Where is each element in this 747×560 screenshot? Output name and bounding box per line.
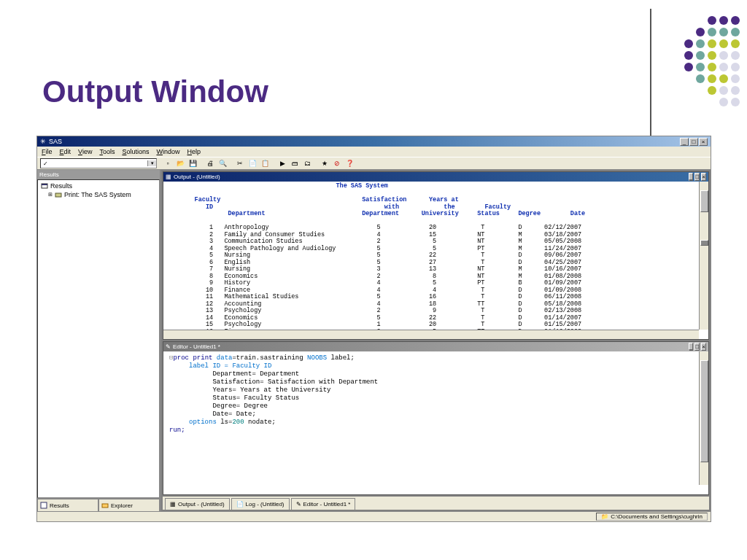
log-tab-icon: 📄 <box>236 501 244 508</box>
output-close-button[interactable]: × <box>701 173 706 181</box>
output-window: ▦ Output - (Untitled) _ □ × The SAS Syst… <box>163 171 709 340</box>
cut-icon[interactable]: ✂ <box>234 158 246 169</box>
output-scrollbar-vertical[interactable] <box>699 182 708 330</box>
preview-icon[interactable]: 🔍 <box>217 158 228 169</box>
minimize-button[interactable]: _ <box>680 138 689 146</box>
svg-rect-3 <box>41 502 47 508</box>
editor-tab-icon: ✎ <box>296 501 301 508</box>
editor-titlebar[interactable]: ✎ Editor - Untitled1 * _ □ × <box>163 342 708 351</box>
expand-icon[interactable]: ⊞ <box>48 192 53 198</box>
workspace: Results Results ⊞ Print: The SAS System … <box>37 170 711 511</box>
output-listing: The SAS System Faculty Satisfaction Year… <box>163 182 708 339</box>
menu-view[interactable]: View <box>78 148 92 155</box>
tree-root[interactable]: Results <box>41 182 156 190</box>
editor-code[interactable]: ⊟proc print data=train.sastraining NOOBS… <box>163 351 708 438</box>
editor-min-button[interactable]: _ <box>689 343 693 351</box>
sidebar-tab-explorer[interactable]: Explorer <box>98 499 160 511</box>
editor-window-icon: ✎ <box>166 343 171 350</box>
slide-title: Output Window <box>42 74 268 109</box>
menu-file[interactable]: File <box>42 148 53 155</box>
close-button[interactable]: × <box>699 138 708 146</box>
mdi-tab-editor-label: Editor - Untitled1 * <box>303 501 351 508</box>
command-box[interactable]: ✓ ▾ <box>40 158 157 168</box>
editor-body[interactable]: ⊟proc print data=train.sastraining NOOBS… <box>163 351 708 494</box>
svg-rect-2 <box>55 193 61 197</box>
mdi-tabstrip: ▦ Output - (Untitled) 📄 Log - (Untitled)… <box>163 497 709 510</box>
stop-icon[interactable]: ⊘ <box>331 158 343 169</box>
tree-child[interactable]: ⊞ Print: The SAS System <box>41 191 156 198</box>
menu-window[interactable]: Window <box>156 148 179 155</box>
decoration-dots <box>659 16 740 109</box>
submit-icon[interactable]: ★ <box>319 158 330 169</box>
results-tab-icon <box>40 502 47 509</box>
copy-icon[interactable]: 📄 <box>247 158 258 169</box>
editor-window: ✎ Editor - Untitled1 * _ □ × ⊟proc print… <box>163 341 709 495</box>
menubar: File Edit View Tools Solutions Window He… <box>37 147 711 157</box>
explorer-tab-icon <box>101 502 109 509</box>
output-tab-icon: ▦ <box>170 501 176 508</box>
menu-tools[interactable]: Tools <box>99 148 115 155</box>
folder-icon: 📁 <box>601 513 608 520</box>
statusbar-path-text: C:\Documents and Settings\cughrin <box>611 513 703 520</box>
sidebar-tab-explorer-label: Explorer <box>111 502 133 509</box>
open-icon[interactable]: 📂 <box>174 158 186 169</box>
statusbar: 📁 C:\Documents and Settings\cughrin <box>37 511 711 521</box>
editor-max-button[interactable]: □ <box>694 343 700 351</box>
svg-rect-1 <box>42 184 47 185</box>
maximize-button[interactable]: □ <box>689 138 698 146</box>
decoration-line <box>650 9 651 139</box>
sidebar-tabstrip: Results Explorer <box>37 498 160 511</box>
output-titlebar[interactable]: ▦ Output - (Untitled) _ □ × <box>163 172 708 182</box>
mdi-tab-log[interactable]: 📄 Log - (Untitled) <box>231 498 290 510</box>
editor-scrollbar-vertical[interactable] <box>699 351 708 485</box>
statusbar-path: 📁 C:\Documents and Settings\cughrin <box>596 513 708 521</box>
output-scrollbar-horizontal[interactable] <box>163 330 699 339</box>
menu-help[interactable]: Help <box>187 148 201 155</box>
results-sidebar: Results Results ⊞ Print: The SAS System … <box>37 170 161 511</box>
run-icon[interactable]: ▶ <box>276 158 288 169</box>
tree-root-label: Results <box>50 182 72 190</box>
print-icon[interactable]: 🖨 <box>204 158 216 169</box>
app-title: SAS <box>49 138 62 145</box>
new-icon[interactable]: ▫ <box>162 158 174 169</box>
editor-close-button[interactable]: × <box>701 343 706 351</box>
tree-child-label: Print: The SAS System <box>64 191 131 198</box>
libraries-icon[interactable]: 🗃 <box>289 158 301 169</box>
results-root-icon <box>41 182 48 190</box>
output-body[interactable]: The SAS System Faculty Satisfaction Year… <box>163 182 708 339</box>
output-window-icon: ▦ <box>166 174 171 180</box>
results-pane-title: Results <box>37 170 160 179</box>
editor-window-title: Editor - Untitled1 * <box>173 343 220 350</box>
menu-solutions[interactable]: Solutions <box>122 148 149 155</box>
svg-rect-4 <box>102 504 108 508</box>
mdi-tab-editor[interactable]: ✎ Editor - Untitled1 * <box>291 498 356 510</box>
output-min-button[interactable]: _ <box>689 173 693 181</box>
mdi-tab-log-label: Log - (Untitled) <box>246 501 285 508</box>
printer-icon <box>55 191 62 198</box>
sas-application-window: ✳ SAS _ □ × File Edit View Tools Solutio… <box>36 136 711 522</box>
mdi-area: ▦ Output - (Untitled) _ □ × The SAS Syst… <box>161 170 711 511</box>
mdi-tab-output[interactable]: ▦ Output - (Untitled) <box>165 498 230 510</box>
help-icon[interactable]: ❓ <box>344 158 355 169</box>
sidebar-tab-results[interactable]: Results <box>37 499 98 511</box>
save-icon[interactable]: 💾 <box>187 158 198 169</box>
results-tree[interactable]: Results ⊞ Print: The SAS System <box>37 179 160 498</box>
output-window-title: Output - (Untitled) <box>174 174 220 180</box>
app-icon: ✳ <box>40 138 46 145</box>
paste-icon[interactable]: 📋 <box>259 158 271 169</box>
check-icon: ✓ <box>43 160 48 167</box>
mdi-tab-output-label: Output - (Untitled) <box>178 501 225 508</box>
app-titlebar[interactable]: ✳ SAS _ □ × <box>37 136 711 147</box>
menu-edit[interactable]: Edit <box>60 148 71 155</box>
output-max-button[interactable]: □ <box>694 173 700 181</box>
dropdown-icon[interactable]: ▾ <box>147 160 156 166</box>
sidebar-tab-results-label: Results <box>50 502 69 509</box>
explorer-icon[interactable]: 🗂 <box>301 158 313 169</box>
toolbar: ✓ ▾ ▫ 📂 💾 🖨 🔍 ✂ 📄 📋 ▶ 🗃 🗂 ★ ⊘ ❓ <box>37 157 711 170</box>
